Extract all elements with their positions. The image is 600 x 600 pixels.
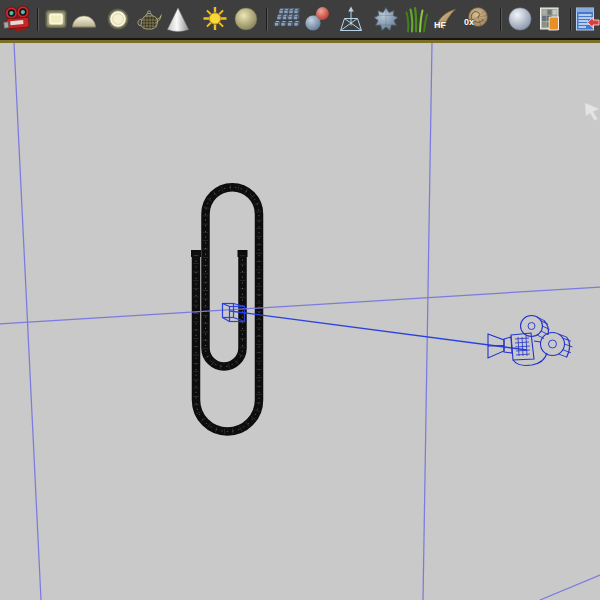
shell-label: 0x — [464, 17, 474, 27]
cube-array-button[interactable] — [272, 3, 300, 36]
grid-line-bottom-right-diagonal — [540, 575, 600, 600]
toolbar: HF 0x — [0, 0, 600, 38]
grid-line-horizon — [0, 287, 600, 324]
olive-sphere-button[interactable] — [232, 3, 260, 36]
materials-palette-icon — [537, 3, 565, 36]
sun-light-icon — [201, 3, 229, 36]
teapot-button[interactable] — [135, 3, 163, 36]
paperclip-mesh[interactable] — [191, 187, 259, 431]
toolbar-separator — [266, 8, 268, 31]
shell-button[interactable]: 0x — [461, 3, 489, 36]
cursor-ghost — [585, 103, 599, 121]
grass-button[interactable] — [402, 3, 430, 36]
camera-reel-right — [541, 333, 573, 358]
application-window: HF 0x — [0, 0, 600, 600]
teapot-icon — [135, 3, 163, 36]
materials-palette-button[interactable] — [537, 3, 565, 36]
sun-light-button[interactable] — [201, 3, 229, 36]
rock-button[interactable] — [372, 3, 400, 36]
molecule-icon — [303, 3, 331, 36]
frustum-arrow-button[interactable] — [337, 3, 365, 36]
toolbar-separator — [500, 8, 502, 31]
glow-sphere-button[interactable] — [104, 3, 132, 36]
rock-icon — [372, 3, 400, 36]
viewport-canvas[interactable] — [0, 43, 600, 600]
height-field-label: HF — [434, 20, 446, 30]
plane-icon — [42, 3, 70, 36]
frustum-arrow-icon — [337, 3, 365, 36]
toolbar-separator — [570, 8, 572, 31]
dome-icon — [70, 3, 98, 36]
import-document-button[interactable] — [574, 3, 600, 36]
sphere-button[interactable] — [506, 3, 534, 36]
cone-icon — [164, 3, 192, 36]
height-field-button[interactable]: HF — [430, 3, 458, 36]
cone-button[interactable] — [164, 3, 192, 36]
shell-icon: 0x — [461, 3, 491, 36]
camera-object[interactable] — [488, 316, 573, 366]
selection-ray — [230, 311, 527, 350]
film-camera-button[interactable] — [3, 3, 31, 36]
film-camera-icon — [3, 3, 35, 36]
height-field-icon: HF — [430, 3, 460, 36]
grass-icon — [402, 3, 430, 36]
olive-sphere-icon — [232, 3, 260, 36]
sphere-icon — [506, 3, 534, 36]
plane-button[interactable] — [42, 3, 70, 36]
toolbar-separator — [37, 8, 39, 31]
dome-button[interactable] — [70, 3, 98, 36]
molecule-button[interactable] — [303, 3, 331, 36]
import-document-icon — [574, 3, 600, 36]
grid-line-vertical-center — [423, 43, 432, 600]
glow-sphere-icon — [104, 3, 132, 36]
cube-array-icon — [272, 3, 302, 36]
